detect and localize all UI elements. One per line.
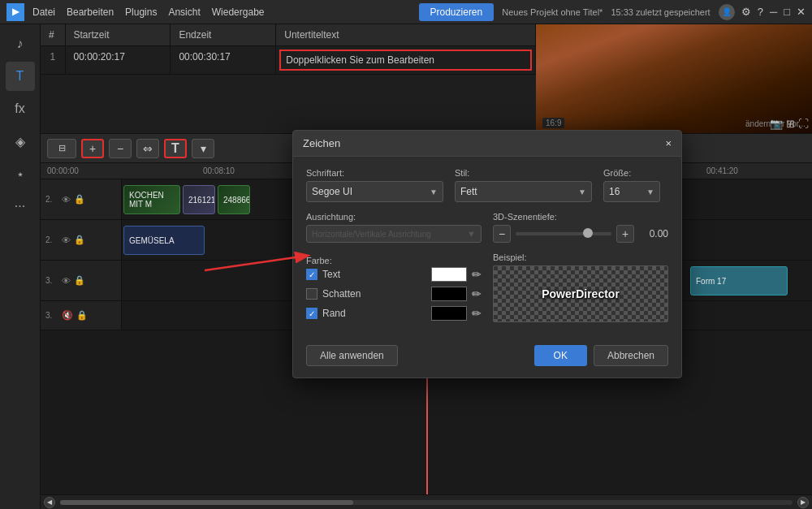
clip-form17[interactable]: Form 17 — [690, 266, 788, 295]
track-view-icon-1[interactable]: 👁 — [62, 195, 71, 205]
toolbar-add-btn[interactable]: + — [81, 139, 104, 158]
scrollbar-thumb[interactable] — [60, 500, 353, 505]
track-view-icon-2[interactable]: 👁 — [62, 235, 71, 245]
color-row-rand: ✓ Rand ✏ — [306, 306, 482, 321]
toolbar-move-btn[interactable]: ⇔ — [136, 139, 159, 158]
toolbar-more-btn[interactable]: ▾ — [192, 139, 214, 158]
toolbar-text-btn[interactable]: T — [164, 139, 187, 158]
font-select[interactable]: Segoe UI ▼ — [306, 181, 443, 202]
color-checkbox-shadow[interactable] — [306, 288, 317, 300]
preview-camera-icon[interactable]: 📷 — [770, 118, 783, 130]
settings-icon[interactable]: ⚙ — [741, 6, 751, 18]
minimize-icon[interactable]: ─ — [770, 6, 777, 18]
track-num-4: 3. — [45, 311, 58, 320]
example-label: Beispiel: — [493, 252, 668, 262]
track-lock-icon-2[interactable]: 🔒 — [74, 235, 85, 245]
color-right: Beispiel: PowerDirector — [493, 252, 668, 326]
produce-button[interactable]: Produzieren — [419, 3, 495, 21]
sidebar-text-icon[interactable]: T — [6, 62, 35, 91]
track-lock-icon-3[interactable]: 🔒 — [74, 275, 85, 286]
depth-slider[interactable] — [516, 232, 611, 235]
table-row[interactable]: 1 00:00:20:17 00:00:30:17 Doppelklicken … — [41, 46, 536, 75]
clip-numbers-2[interactable]: 24886697 — [218, 185, 250, 214]
style-col: Stil: Fett ▼ — [455, 168, 592, 202]
alignment-select[interactable]: Horizontale/Vertikale Ausrichtung ▼ — [306, 225, 482, 243]
preview-settings-icon[interactable]: ⊞ — [786, 118, 795, 130]
help-icon[interactable]: ? — [758, 6, 763, 18]
close-window-icon[interactable]: ✕ — [797, 6, 806, 18]
depth-label: 3D-Szenentiefe: — [493, 212, 668, 222]
color-checkbox-text[interactable]: ✓ — [306, 269, 317, 280]
example-text: PowerDirector — [542, 287, 620, 300]
style-value: Fett — [460, 186, 477, 197]
color-swatch-rand[interactable] — [431, 306, 467, 321]
color-checkbox-rand[interactable]: ✓ — [306, 308, 317, 319]
style-select[interactable]: Fett ▼ — [455, 181, 592, 202]
menu-plugins[interactable]: Plugins — [125, 6, 157, 18]
track-num-1: 2. — [45, 195, 58, 204]
alignment-row: Ausrichtung: Horizontale/Vertikale Ausri… — [306, 212, 668, 243]
sidebar-more-icon[interactable]: ··· — [6, 192, 35, 221]
color-row-text: ✓ Text ✏ — [306, 267, 482, 282]
color-picker-shadow-icon[interactable]: ✏ — [472, 287, 482, 300]
font-row: Schriftart: Segoe UI ▼ Stil: Fett ▼ Größ… — [306, 168, 668, 202]
sidebar-fx-icon[interactable]: fx — [6, 94, 35, 123]
preview-zoom-icon[interactable]: ⛶ — [798, 118, 809, 130]
apply-all-button[interactable]: Alle anwenden — [306, 345, 398, 366]
end-time: 00:00:30:17 — [171, 46, 276, 75]
app-logo: ▶ — [6, 3, 24, 21]
color-row-shadow: Schatten ✏ — [306, 287, 482, 301]
col-text: Untertiteltext — [276, 24, 536, 46]
color-section: Farbe: ✓ Text ✏ Schatten ✏ — [306, 252, 668, 326]
clip-kochen-label[interactable]: KOCHEN MIT M — [123, 185, 180, 214]
maximize-icon[interactable]: □ — [784, 6, 790, 18]
color-label-rand: Rand — [322, 308, 426, 319]
color-swatch-shadow[interactable] — [431, 287, 467, 301]
dialog-close-btn[interactable]: × — [665, 137, 672, 149]
clip-gemuse[interactable]: GEMÜSELA — [123, 226, 205, 255]
dialog-title: Zeichen — [303, 137, 340, 149]
ruler-time-mid: 00:08:10 — [203, 166, 235, 175]
left-sidebar: ♪ T fx ◈ ⋆ ··· — [0, 24, 41, 509]
track-lock-icon-4[interactable]: 🔒 — [76, 310, 88, 321]
menu-bearbeiten[interactable]: Bearbeiten — [67, 6, 114, 18]
subtitle-area: # Startzeit Endzeit Untertiteltext 1 00:… — [41, 24, 812, 134]
cancel-button[interactable]: Abbrechen — [594, 345, 668, 366]
character-dialog: Zeichen × Schriftart: Segoe UI ▼ Stil: F… — [292, 130, 682, 378]
clip-numbers[interactable]: 2161217 — [183, 185, 215, 214]
color-swatch-text[interactable] — [431, 267, 467, 282]
track-lock-icon-1[interactable]: 🔒 — [74, 194, 85, 205]
scroll-right-btn[interactable]: ▶ — [797, 497, 809, 508]
size-label: Größe: — [603, 168, 668, 178]
col-end: Endzeit — [171, 24, 276, 46]
depth-minus-btn[interactable]: − — [493, 225, 511, 243]
toolbar-view-btn[interactable]: ⊟ — [47, 139, 76, 158]
scrollbar-track[interactable] — [60, 500, 793, 505]
depth-plus-btn[interactable]: + — [616, 225, 634, 243]
subtitle-cell-content[interactable]: Doppelklicken Sie zum Bearbeiten — [279, 50, 532, 71]
toolbar-remove-btn[interactable]: − — [109, 139, 132, 158]
track-mute-icon-4[interactable]: 🔇 — [62, 310, 73, 321]
track-num-3: 3. — [45, 276, 58, 285]
account-icon[interactable]: 👤 — [719, 4, 735, 20]
color-picker-rand-icon[interactable]: ✏ — [472, 307, 482, 320]
preview-ratio: 16:9 — [542, 118, 564, 128]
track-controls-1: 2. 👁 🔒 — [41, 179, 122, 219]
ok-button[interactable]: OK — [534, 345, 587, 366]
sidebar-music-icon[interactable]: ♪ — [6, 29, 35, 58]
project-title: Neues Projekt ohne Titel* — [502, 7, 603, 17]
depth-thumb[interactable] — [583, 228, 593, 238]
color-picker-text-icon[interactable]: ✏ — [472, 268, 482, 281]
track-view-icon-3[interactable]: 👁 — [62, 276, 71, 286]
menu-wiedergabe[interactable]: Wiedergabe — [212, 6, 265, 18]
subtitle-text-cell[interactable]: Doppelklicken Sie zum Bearbeiten — [276, 46, 536, 75]
sidebar-transition-icon[interactable]: ⋆ — [6, 159, 35, 188]
menu-datei[interactable]: Datei — [32, 6, 55, 18]
sidebar-color-icon[interactable]: ◈ — [6, 127, 35, 156]
row-number: 1 — [41, 46, 65, 75]
font-value: Segoe UI — [312, 186, 352, 197]
size-select[interactable]: 16 ▼ — [603, 181, 660, 202]
menu-ansicht[interactable]: Ansicht — [168, 6, 200, 18]
subtitle-table: # Startzeit Endzeit Untertiteltext 1 00:… — [41, 24, 536, 133]
scroll-left-btn[interactable]: ◀ — [44, 497, 55, 508]
